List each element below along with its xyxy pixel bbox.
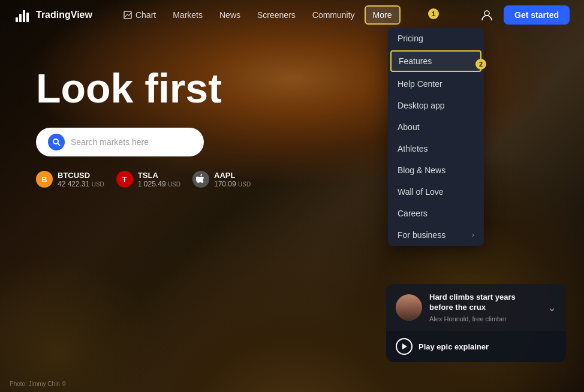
svg-point-5 <box>484 11 489 16</box>
nav-links: Chart Markets News Screeners Community M… <box>116 5 477 25</box>
dropdown-desktop-app-label: Desktop app <box>398 101 445 110</box>
dropdown-for-business[interactable]: For business › <box>388 224 484 246</box>
testimonial-quote: Hard climbs start years before the crux <box>429 293 540 313</box>
play-label: Play epic explainer <box>419 342 489 351</box>
chevron-right-icon: › <box>472 231 474 239</box>
dropdown-blog-news-label: Blog & News <box>398 165 445 175</box>
ticker-btcusd[interactable]: B BTCUSD 42 422.31 USD <box>36 171 104 188</box>
navbar: TradingView Chart Markets News Screeners… <box>0 0 584 30</box>
dropdown-help-center-label: Help Center <box>398 79 442 89</box>
logo-text: TradingView <box>36 10 92 20</box>
nav-chart[interactable]: Chart <box>116 7 163 23</box>
logo[interactable]: TradingView <box>14 7 92 23</box>
svg-line-7 <box>58 143 61 146</box>
dropdown-menu: Pricing Features Help Center Desktop app… <box>388 28 484 246</box>
aapl-price: 170.09 USD <box>214 180 251 188</box>
dropdown-athletes-label: Athletes <box>398 144 428 153</box>
logo-icon <box>14 7 31 23</box>
dropdown-desktop-app[interactable]: Desktop app <box>388 95 484 116</box>
get-started-button[interactable]: Get started <box>504 5 570 25</box>
user-icon <box>480 8 493 22</box>
btc-icon: B <box>36 171 53 188</box>
svg-rect-3 <box>26 13 29 22</box>
ticker-tsla[interactable]: T TSLA 1 025.49 USD <box>116 171 180 188</box>
dropdown-wall-of-love[interactable]: Wall of Love <box>388 181 484 203</box>
nav-community-label: Community <box>312 10 355 20</box>
aapl-symbol: AAPL <box>214 171 251 180</box>
testimonial-content: Hard climbs start years before the crux … <box>386 284 566 331</box>
svg-point-6 <box>53 139 58 144</box>
search-bar[interactable]: Search markets here <box>36 128 204 156</box>
chart-nav-icon <box>124 11 132 19</box>
avatar-inner <box>396 294 422 321</box>
nav-more-label: More <box>373 10 392 20</box>
dropdown-about-label: About <box>398 122 420 132</box>
nav-chart-label: Chart <box>136 10 156 20</box>
svg-rect-1 <box>19 14 22 22</box>
dropdown-pricing-label: Pricing <box>398 34 423 43</box>
play-button[interactable] <box>396 338 413 355</box>
search-icon-circle <box>48 134 65 150</box>
ticker-aapl[interactable]: AAPL 170.09 USD <box>192 171 251 188</box>
aapl-icon <box>192 171 209 188</box>
nav-news[interactable]: News <box>212 7 248 23</box>
testimonial-text: Hard climbs start years before the crux … <box>429 293 540 322</box>
dropdown-careers[interactable]: Careers <box>388 203 484 224</box>
play-triangle-icon <box>402 343 407 349</box>
dropdown-pricing[interactable]: Pricing <box>388 28 484 49</box>
play-bar[interactable]: Play epic explainer <box>386 331 566 362</box>
nav-markets-label: Markets <box>173 10 203 20</box>
btc-symbol: BTCUSD <box>58 171 104 180</box>
nav-screeners[interactable]: Screeners <box>250 7 303 23</box>
dropdown-wall-of-love-label: Wall of Love <box>398 187 444 197</box>
nav-more[interactable]: More <box>365 5 401 25</box>
svg-rect-2 <box>23 10 25 22</box>
search-placeholder: Search markets here <box>71 137 149 147</box>
testimonial-chevron-icon[interactable]: ⌄ <box>547 301 556 314</box>
dropdown-for-business-label: For business <box>398 230 445 240</box>
dropdown-about[interactable]: About <box>388 116 484 138</box>
user-profile-button[interactable] <box>477 5 496 25</box>
avatar <box>396 294 422 321</box>
dropdown-features[interactable]: Features <box>390 50 481 72</box>
tsla-icon: T <box>116 171 133 188</box>
badge-2: 2 <box>475 59 486 70</box>
search-icon <box>52 138 61 146</box>
nav-screeners-label: Screeners <box>257 10 296 20</box>
nav-community[interactable]: Community <box>305 7 362 23</box>
badge-1: 1 <box>428 8 439 19</box>
main-content: Look first Search markets here B BTCUSD … <box>0 30 584 188</box>
nav-news-label: News <box>219 10 240 20</box>
tsla-price: 1 025.49 USD <box>138 180 180 188</box>
nav-markets[interactable]: Markets <box>165 7 210 23</box>
dropdown-blog-news[interactable]: Blog & News <box>388 159 484 181</box>
testimonial-author: Alex Honnold, free climber <box>429 315 540 322</box>
svg-rect-0 <box>16 17 18 22</box>
dropdown-athletes[interactable]: Athletes <box>388 138 484 159</box>
btc-price: 42 422.31 USD <box>58 180 104 188</box>
dropdown-help-center[interactable]: Help Center <box>388 73 484 95</box>
testimonial-card: Hard climbs start years before the crux … <box>386 284 566 362</box>
dropdown-features-label: Features <box>399 56 432 66</box>
photo-credit: Photo: Jimmy Chin © <box>10 381 66 387</box>
nav-right: Get started <box>477 5 570 25</box>
tsla-symbol: TSLA <box>138 171 180 180</box>
dropdown-careers-label: Careers <box>398 209 428 218</box>
